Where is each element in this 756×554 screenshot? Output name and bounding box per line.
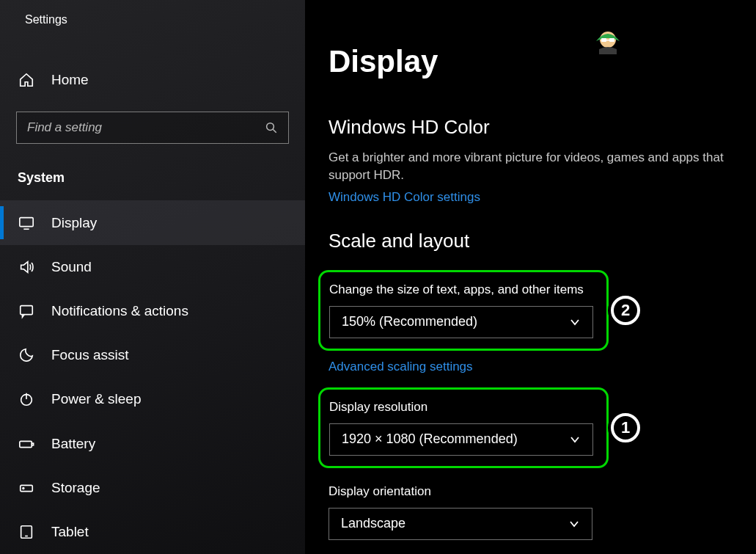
window-title: Settings xyxy=(0,0,305,26)
orientation-dropdown[interactable]: Landscape xyxy=(329,508,592,540)
sidebar-category: System xyxy=(0,144,305,200)
svg-rect-8 xyxy=(32,443,33,445)
hdcolor-desc: Get a brighter and more vibrant picture … xyxy=(329,149,754,184)
orientation-value: Landscape xyxy=(341,516,405,531)
nav-sound[interactable]: Sound xyxy=(0,245,305,289)
scale-size-value: 150% (Recommended) xyxy=(342,314,477,329)
hdcolor-heading: Windows HD Color xyxy=(329,116,756,139)
orientation-label: Display orientation xyxy=(329,484,756,499)
scale-heading: Scale and layout xyxy=(329,230,756,252)
search-field[interactable] xyxy=(27,120,265,135)
svg-rect-4 xyxy=(21,306,33,315)
nav-notifications-label: Notifications & actions xyxy=(51,303,188,319)
nav-storage[interactable]: Storage xyxy=(0,466,305,510)
nav-power-sleep[interactable]: Power & sleep xyxy=(0,377,305,421)
resolution-label: Display resolution xyxy=(329,400,598,415)
chevron-down-icon xyxy=(569,316,581,328)
sound-icon xyxy=(18,258,35,276)
nav-home[interactable]: Home xyxy=(0,62,305,98)
annotation-badge-2: 2 xyxy=(611,296,640,325)
focus-assist-icon xyxy=(18,346,35,364)
notifications-icon xyxy=(18,302,35,320)
nav-focus-assist[interactable]: Focus assist xyxy=(0,333,305,377)
resolution-value: 1920 × 1080 (Recommended) xyxy=(342,431,518,447)
svg-point-0 xyxy=(267,123,274,131)
nav-tablet[interactable]: Tablet xyxy=(0,510,305,554)
tablet-icon xyxy=(18,523,35,541)
svg-line-1 xyxy=(273,130,276,134)
resolution-dropdown[interactable]: 1920 × 1080 (Recommended) xyxy=(329,423,593,456)
nav-tablet-label: Tablet xyxy=(51,524,89,540)
avatar xyxy=(592,25,624,57)
chevron-down-icon xyxy=(569,434,581,445)
nav-display-label: Display xyxy=(51,215,97,231)
scale-size-label: Change the size of text, apps, and other… xyxy=(329,283,598,297)
svg-point-10 xyxy=(23,487,24,489)
nav-battery-label: Battery xyxy=(51,436,95,452)
nav-display[interactable]: Display xyxy=(0,200,305,244)
svg-rect-15 xyxy=(609,38,614,42)
display-icon xyxy=(18,214,35,232)
svg-rect-2 xyxy=(20,217,33,226)
nav-focus-label: Focus assist xyxy=(51,347,129,363)
page-title: Display xyxy=(329,44,756,79)
advanced-scaling-link[interactable]: Advanced scaling settings xyxy=(329,360,473,374)
annotation-badge-1: 1 xyxy=(611,413,640,442)
nav-battery[interactable]: Battery xyxy=(0,421,305,465)
annotation-box-2: Change the size of text, apps, and other… xyxy=(318,270,609,351)
storage-icon xyxy=(18,479,35,497)
nav-storage-label: Storage xyxy=(51,480,100,496)
nav-sound-label: Sound xyxy=(51,259,92,275)
sidebar: Settings Home System Display xyxy=(0,0,305,554)
hdcolor-settings-link[interactable]: Windows HD Color settings xyxy=(329,190,480,205)
svg-rect-7 xyxy=(20,441,32,447)
nav-home-label: Home xyxy=(51,72,89,88)
svg-rect-14 xyxy=(601,38,606,42)
scale-size-dropdown[interactable]: 150% (Recommended) xyxy=(329,306,593,338)
nav-power-label: Power & sleep xyxy=(51,391,142,407)
search-input[interactable] xyxy=(16,112,289,144)
nav-notifications[interactable]: Notifications & actions xyxy=(0,289,305,333)
home-icon xyxy=(18,71,35,89)
main-content: Display Windows HD Color Get a brighter … xyxy=(305,0,756,554)
power-icon xyxy=(18,390,35,408)
annotation-box-1: Display resolution 1920 × 1080 (Recommen… xyxy=(318,387,609,468)
svg-rect-16 xyxy=(606,40,609,41)
battery-icon xyxy=(18,435,35,453)
search-icon xyxy=(265,121,278,134)
chevron-down-icon xyxy=(568,518,580,530)
